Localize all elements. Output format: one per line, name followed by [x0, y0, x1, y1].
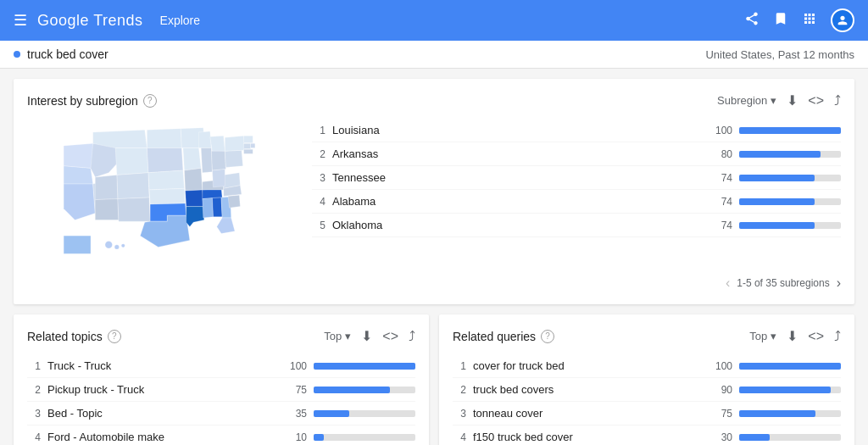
- rank-label: 1: [312, 125, 326, 136]
- queries-controls: Top ▾ ⬇ <> ⤴: [749, 328, 841, 344]
- item-value: 75: [709, 408, 732, 420]
- item-value: 74: [709, 172, 732, 184]
- bar-fill: [314, 363, 415, 370]
- subregion-page-info: 1-5 of 35 subregions: [737, 277, 829, 289]
- search-term-area: truck bed cover: [14, 47, 108, 61]
- topics-chevron-icon: ▾: [345, 330, 351, 342]
- topics-data-list: 1 Truck - Truck 100 2 Pickup truck - Tru…: [27, 354, 415, 445]
- subregion-download-button[interactable]: ⬇: [787, 92, 798, 108]
- subregion-prev-button[interactable]: ‹: [726, 275, 730, 291]
- app-header: ☰ Google Trends Explore: [0, 0, 868, 41]
- topics-help-icon[interactable]: ?: [108, 330, 121, 343]
- list-item: 2 Arkansas 80: [312, 142, 841, 166]
- topics-title-area: Related topics ?: [27, 330, 121, 343]
- rank-label: 2: [453, 384, 466, 396]
- subregion-controls: Subregion ▾ ⬇ <> ⤴: [717, 92, 841, 108]
- list-item: 3 Bed - Topic 35: [27, 402, 415, 426]
- list-item: 4 f150 truck bed cover 30: [453, 426, 841, 445]
- menu-icon[interactable]: ☰: [14, 11, 27, 30]
- subregion-dropdown[interactable]: Subregion ▾: [717, 94, 776, 107]
- bar-container: [739, 198, 841, 205]
- item-value: 80: [709, 148, 732, 160]
- share-icon[interactable]: [744, 11, 760, 31]
- item-label: Louisiana: [332, 124, 702, 136]
- app-logo: Google Trends: [37, 12, 143, 30]
- subregion-card: Interest by subregion ? Subregion ▾ ⬇ <>…: [14, 79, 854, 304]
- subregion-share-button[interactable]: ⤴: [834, 93, 841, 108]
- queries-help-icon[interactable]: ?: [541, 330, 554, 343]
- item-value: 10: [283, 431, 307, 443]
- bar-container: [739, 175, 841, 181]
- item-label: Alabama: [332, 195, 702, 208]
- subregion-title: Interest by subregion: [27, 94, 138, 108]
- svg-rect-3: [251, 143, 255, 147]
- item-label: tonneau cover: [473, 407, 702, 420]
- bookmark-icon[interactable]: [773, 11, 788, 31]
- item-label: Tennessee: [332, 171, 702, 184]
- queries-data-list: 1 cover for truck bed 100 2 truck bed co…: [453, 354, 841, 445]
- subregion-embed-button[interactable]: <>: [808, 93, 824, 108]
- item-value: 90: [709, 384, 732, 396]
- queries-title: Related queries: [453, 330, 536, 343]
- item-label: Ford - Automobile make: [47, 431, 276, 443]
- bar-container: [739, 410, 841, 417]
- search-dot: [14, 51, 20, 58]
- topics-download-button[interactable]: ⬇: [361, 328, 372, 344]
- list-item: 3 tonneau cover 75: [453, 402, 841, 426]
- subregion-pagination: ‹ 1-5 of 35 subregions ›: [27, 265, 841, 291]
- queries-download-button[interactable]: ⬇: [787, 328, 798, 344]
- item-label: Pickup truck - Truck: [47, 383, 276, 396]
- queries-card-header: Related queries ? Top ▾ ⬇ <> ⤴: [453, 328, 841, 344]
- list-item: 1 cover for truck bed 100: [453, 354, 841, 378]
- svg-point-6: [114, 245, 119, 249]
- subregion-title-area: Interest by subregion ?: [27, 94, 157, 108]
- list-item: 4 Ford - Automobile make 10: [27, 426, 415, 445]
- apps-icon[interactable]: [802, 11, 817, 31]
- item-value: 74: [709, 196, 732, 208]
- subregion-next-button[interactable]: ›: [837, 275, 841, 291]
- topics-share-button[interactable]: ⤴: [409, 329, 415, 344]
- item-label: Oklahoma: [332, 219, 702, 231]
- search-term-label: truck bed cover: [27, 47, 108, 61]
- bar-container: [739, 222, 841, 229]
- list-item: 2 truck bed covers 90: [453, 378, 841, 402]
- bar-container: [314, 363, 415, 370]
- queries-embed-button[interactable]: <>: [808, 329, 824, 344]
- bar-container: [739, 127, 841, 134]
- queries-share-button[interactable]: ⤴: [834, 329, 841, 344]
- bar-fill: [314, 434, 324, 441]
- item-label: truck bed covers: [473, 383, 702, 396]
- account-avatar[interactable]: [831, 8, 854, 32]
- related-topics-panel: Related topics ? Top ▾ ⬇ <> ⤴ 1 Truck - …: [14, 314, 429, 445]
- subregion-help-icon[interactable]: ?: [143, 94, 157, 108]
- list-item: 1 Louisiana 100: [312, 119, 841, 142]
- svg-rect-4: [244, 149, 253, 153]
- bar-fill: [739, 410, 815, 417]
- rank-label: 1: [453, 360, 466, 372]
- bar-container: [314, 434, 415, 441]
- bar-fill: [314, 410, 349, 417]
- item-label: Arkansas: [332, 147, 702, 160]
- rank-label: 4: [312, 196, 326, 208]
- item-value: 100: [709, 360, 732, 372]
- subregion-card-header: Interest by subregion ? Subregion ▾ ⬇ <>…: [27, 92, 841, 108]
- queries-dropdown[interactable]: Top ▾: [749, 330, 776, 342]
- search-bar: truck bed cover United States, Past 12 m…: [0, 41, 868, 69]
- rank-label: 4: [27, 431, 41, 443]
- item-label: cover for truck bed: [473, 359, 702, 372]
- svg-point-7: [121, 244, 125, 248]
- related-queries-panel: Related queries ? Top ▾ ⬇ <> ⤴ 1 cover f…: [439, 314, 854, 445]
- topics-dropdown[interactable]: Top ▾: [324, 330, 351, 342]
- topics-embed-button[interactable]: <>: [382, 329, 398, 344]
- subregion-data-list: 1 Louisiana 100 2 Arkansas 80 3 Tennesse…: [312, 119, 841, 265]
- svg-rect-1: [244, 136, 253, 143]
- bar-container: [739, 434, 841, 441]
- svg-point-5: [105, 242, 113, 249]
- topics-card-header: Related topics ? Top ▾ ⬇ <> ⤴: [27, 328, 415, 344]
- explore-label: Explore: [160, 14, 200, 27]
- bar-fill: [739, 127, 841, 134]
- rank-label: 1: [27, 360, 41, 372]
- bar-fill: [739, 198, 815, 205]
- item-value: 100: [709, 125, 732, 136]
- subregion-content: 1 Louisiana 100 2 Arkansas 80 3 Tennesse…: [27, 119, 841, 265]
